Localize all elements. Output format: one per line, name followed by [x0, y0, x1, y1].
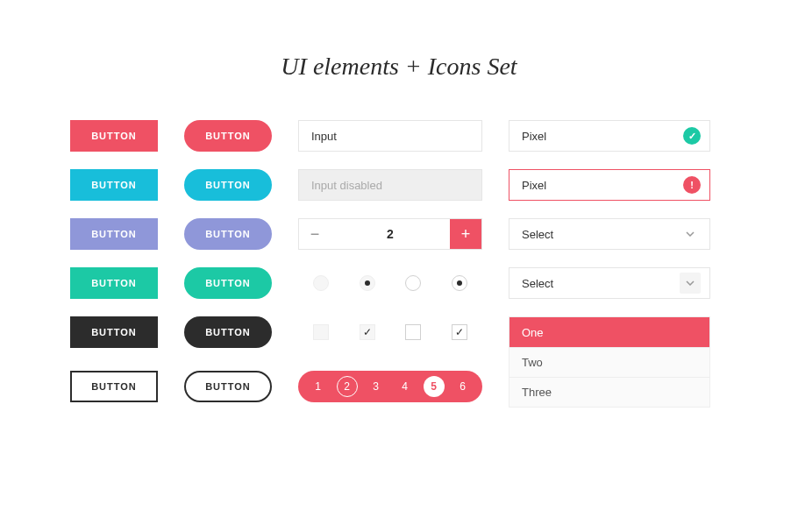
select-value: Select [522, 228, 553, 241]
stepper-minus[interactable]: − [299, 219, 331, 249]
pagination: 1 2 3 4 5 6 [298, 371, 482, 402]
radio-unchecked[interactable] [405, 275, 421, 291]
button-outline-rect[interactable]: BUTTON [70, 371, 158, 402]
checkbox-group: ✓ ✓ [298, 316, 482, 348]
radio-unchecked-light[interactable] [313, 275, 329, 291]
button-outline-pill[interactable]: BUTTON [184, 371, 272, 402]
radio-group [298, 267, 482, 299]
alert-icon: ! [683, 176, 701, 194]
stepper-value: 2 [331, 219, 450, 249]
radio-checked[interactable] [452, 275, 467, 291]
page-4[interactable]: 4 [395, 376, 416, 397]
chevron-down-icon [680, 273, 701, 294]
dropdown-item-three[interactable]: Three [509, 377, 709, 407]
text-input-disabled: Input disabled [298, 169, 482, 201]
select-value: Select [522, 277, 553, 290]
select-value: Pixel [522, 130, 546, 143]
button-cyan-pill[interactable]: BUTTON [184, 169, 272, 201]
select-value: Pixel [522, 179, 546, 192]
quantity-stepper: − 2 + [298, 218, 482, 250]
text-input[interactable]: Input [298, 120, 482, 152]
select-dropdown-2[interactable]: Select [509, 267, 710, 299]
check-icon: ✓ [683, 127, 701, 145]
dropdown-item-one[interactable]: One [509, 317, 709, 347]
button-dark-rect[interactable]: BUTTON [70, 316, 158, 348]
select-dropdown-1[interactable]: Select [509, 218, 710, 250]
button-dark-pill[interactable]: BUTTON [184, 316, 272, 348]
page-title: UI elements + Icons Set [70, 53, 728, 81]
page-5[interactable]: 5 [424, 376, 445, 397]
checkbox-unchecked-light[interactable] [313, 324, 329, 340]
checkbox-unchecked[interactable] [405, 324, 421, 340]
select-valid[interactable]: Pixel ✓ [509, 120, 710, 152]
button-teal-rect[interactable]: BUTTON [70, 267, 158, 299]
page-1[interactable]: 1 [308, 376, 329, 397]
radio-checked-light[interactable] [360, 275, 375, 291]
page-6[interactable]: 6 [452, 376, 474, 397]
checkbox-checked[interactable]: ✓ [452, 324, 467, 340]
page-2[interactable]: 2 [337, 376, 358, 397]
button-cyan-rect[interactable]: BUTTON [70, 169, 158, 201]
dropdown-menu: One Two Three [509, 316, 710, 408]
button-red-pill[interactable]: BUTTON [184, 120, 272, 152]
button-red-rect[interactable]: BUTTON [70, 120, 158, 152]
chevron-down-icon [680, 223, 701, 245]
stepper-plus[interactable]: + [450, 219, 481, 249]
select-error[interactable]: Pixel ! [509, 169, 710, 201]
button-teal-pill[interactable]: BUTTON [184, 267, 272, 299]
page-3[interactable]: 3 [366, 376, 387, 397]
dropdown-item-two[interactable]: Two [509, 347, 709, 377]
button-purple-pill[interactable]: BUTTON [184, 218, 272, 250]
component-grid: BUTTON BUTTON Input Pixel ✓ BUTTON BUTTO… [70, 120, 728, 408]
button-purple-rect[interactable]: BUTTON [70, 218, 158, 250]
checkbox-checked-light[interactable]: ✓ [360, 324, 375, 340]
